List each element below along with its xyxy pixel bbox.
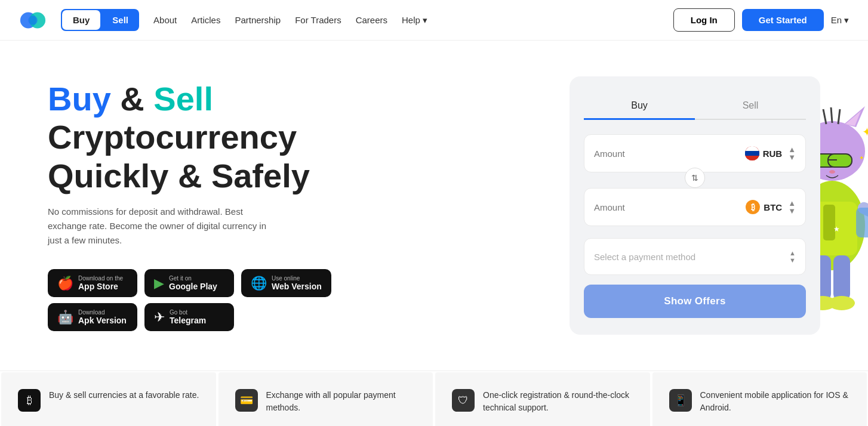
- feature-support: 🛡 One-click registration & round-the-clo…: [435, 372, 650, 426]
- svg-marker-8: [845, 111, 861, 126]
- svg-text:✦: ✦: [859, 155, 864, 161]
- apple-icon: 🍎: [57, 276, 73, 291]
- feature-text-support: One-click registration & round-the-clock…: [483, 389, 633, 414]
- swap-button[interactable]: ⇅: [685, 168, 705, 188]
- btc-flag: ₿: [746, 200, 760, 214]
- logo-icon: [19, 11, 47, 30]
- title-sell: Sell: [153, 80, 213, 118]
- payment-placeholder: Select a payment method: [594, 252, 695, 262]
- nav-buy-button[interactable]: Buy: [62, 10, 100, 30]
- svg-marker-6: [844, 106, 865, 127]
- app-buttons-row-1: 🍎 Download on the App Store ▶ Get it on …: [48, 269, 331, 297]
- title-line3: Quickly & Safely: [48, 157, 310, 195]
- language-selector[interactable]: En ▾: [831, 15, 849, 26]
- nav-right: Log In Get Started En ▾: [673, 8, 849, 32]
- telegram-button[interactable]: ✈ Go bot Telegram: [144, 303, 234, 331]
- navigation: Buy Sell About Articles Partnership For …: [0, 0, 868, 41]
- svg-text:✦: ✦: [862, 125, 868, 138]
- features-section: ₿ Buy & sell currencies at a favorable r…: [0, 371, 868, 426]
- rub-currency-selector[interactable]: RUB ▲▼: [745, 146, 796, 161]
- apk-version-button[interactable]: 🤖 Download Apk Version: [48, 303, 137, 331]
- web-version-button[interactable]: 🌐 Use online Web Version: [241, 269, 331, 297]
- feature-buy-sell: ₿ Buy & sell currencies at a favorable r…: [1, 372, 216, 426]
- svg-line-11: [838, 109, 840, 124]
- btc-arrows: ▲▼: [788, 199, 796, 215]
- google-play-icon: ▶: [154, 276, 164, 291]
- svg-rect-34: [745, 146, 759, 151]
- hero-right: X ★ ✦ ✦ ✦ Buy Sell: [570, 76, 820, 335]
- svg-text:★: ★: [833, 225, 840, 233]
- svg-rect-19: [856, 200, 868, 221]
- feature-text-mobile: Convenient mobile application for IOS & …: [700, 389, 851, 414]
- svg-rect-35: [745, 151, 759, 156]
- hero-left: Buy & Sell Cryptocurrency Quickly & Safe…: [48, 80, 331, 331]
- nav-about[interactable]: About: [153, 15, 177, 25]
- nav-articles[interactable]: Articles: [191, 15, 220, 25]
- fiat-amount-box: RUB ▲▼: [584, 134, 806, 172]
- nav-partnership[interactable]: Partnership: [235, 15, 281, 25]
- btc-code: BTC: [764, 202, 782, 212]
- swap-area: ⇅: [584, 177, 806, 187]
- nav-careers[interactable]: Careers: [356, 15, 387, 25]
- widget-tabs: Buy Sell: [584, 93, 806, 120]
- svg-point-23: [829, 296, 855, 310]
- nav-left: Buy Sell About Articles Partnership For …: [19, 9, 427, 31]
- svg-line-10: [831, 107, 832, 123]
- fiat-amount-input[interactable]: [594, 149, 690, 159]
- chevron-down-icon: ▾: [844, 15, 849, 26]
- nav-links: About Articles Partnership For Traders C…: [153, 15, 427, 26]
- feature-icon-buy-sell: ₿: [18, 389, 41, 412]
- app-buttons-row-2: 🤖 Download Apk Version ✈ Go bot Telegram: [48, 303, 234, 331]
- nav-help[interactable]: Help ▾: [402, 15, 427, 26]
- rub-arrows: ▲▼: [788, 146, 796, 161]
- svg-rect-17: [823, 205, 835, 240]
- nav-for-traders[interactable]: For Traders: [295, 15, 341, 25]
- show-offers-button[interactable]: Show Offers: [584, 285, 806, 318]
- crypto-amount-group: ₿ BTC ▲▼: [584, 188, 806, 226]
- nav-sell-button[interactable]: Sell: [101, 9, 139, 31]
- feature-icon-support: 🛡: [452, 389, 475, 412]
- crypto-amount-box: ₿ BTC ▲▼: [584, 188, 806, 226]
- logo: [19, 11, 47, 30]
- svg-rect-13: [828, 154, 852, 167]
- app-store-button[interactable]: 🍎 Download on the App Store: [48, 269, 137, 297]
- hero-title: Buy & Sell Cryptocurrency Quickly & Safe…: [48, 80, 331, 195]
- tab-buy[interactable]: Buy: [584, 93, 695, 120]
- hero-section: Buy & Sell Cryptocurrency Quickly & Safe…: [0, 41, 868, 359]
- svg-rect-21: [833, 255, 850, 300]
- web-icon: 🌐: [251, 276, 267, 291]
- title-line2: Cryptocurrency: [48, 118, 297, 156]
- feature-icon-mobile: 📱: [669, 389, 692, 412]
- android-icon: 🤖: [57, 310, 73, 325]
- fiat-amount-group: RUB ▲▼: [584, 134, 806, 172]
- feature-payment: 💳 Exchange with all popular payment meth…: [218, 372, 433, 426]
- title-buy: Buy: [48, 80, 111, 118]
- login-button[interactable]: Log In: [673, 8, 735, 32]
- feature-icon-payment: 💳: [235, 389, 258, 412]
- btc-currency-selector[interactable]: ₿ BTC ▲▼: [746, 199, 796, 215]
- rub-code: RUB: [763, 149, 783, 159]
- feature-text-payment: Exchange with all popular payment method…: [266, 389, 417, 414]
- feature-text-buy-sell: Buy & sell currencies at a favorable rat…: [49, 389, 199, 402]
- svg-rect-24: [856, 208, 868, 237]
- google-play-button[interactable]: ▶ Get it on Google Play: [144, 269, 234, 297]
- crypto-amount-input[interactable]: [594, 202, 690, 212]
- svg-line-9: [823, 109, 826, 124]
- trading-widget: Buy Sell: [570, 76, 820, 335]
- payment-method-selector[interactable]: Select a payment method ▲ ▼: [584, 238, 806, 275]
- get-started-button[interactable]: Get Started: [742, 9, 824, 31]
- svg-point-2: [28, 16, 37, 24]
- feature-mobile: 📱 Convenient mobile application for IOS …: [652, 372, 867, 426]
- app-buttons: 🍎 Download on the App Store ▶ Get it on …: [48, 269, 331, 331]
- title-and: &: [111, 80, 154, 118]
- rub-flag: [745, 146, 759, 160]
- hero-subtitle: No commissions for deposit and withdrawa…: [48, 205, 275, 248]
- buy-sell-toggle[interactable]: Buy Sell: [61, 9, 139, 31]
- payment-arrows-icon: ▲ ▼: [789, 249, 796, 264]
- chevron-down-icon: ▾: [423, 15, 427, 26]
- svg-point-15: [829, 170, 835, 174]
- tab-sell[interactable]: Sell: [695, 93, 806, 120]
- svg-rect-36: [745, 156, 759, 160]
- swap-icon: ⇅: [691, 173, 698, 183]
- telegram-icon: ✈: [154, 310, 165, 325]
